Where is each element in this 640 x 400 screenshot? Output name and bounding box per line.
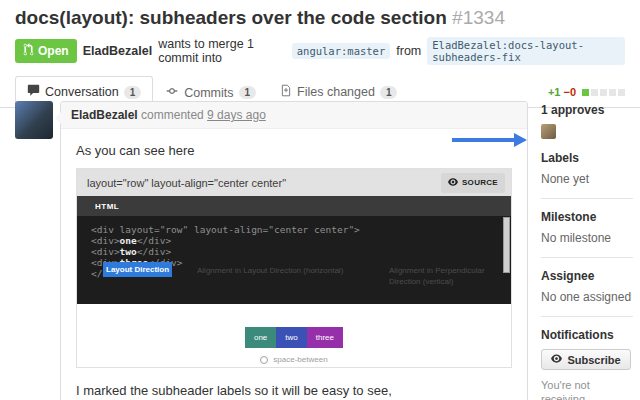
embed-code-area: <div layout="row" layout-align="center c… bbox=[77, 216, 511, 304]
pull-request-icon bbox=[23, 43, 34, 59]
divider bbox=[541, 316, 633, 317]
radio-label: space-between bbox=[273, 355, 327, 364]
open-status-badge: Open bbox=[15, 39, 77, 63]
source-button-label: SOURCE bbox=[462, 178, 498, 187]
pr-sidebar: 1 approves Labels None yet Milestone No … bbox=[541, 103, 633, 400]
pull-request-page: docs(layout): subheaders over the code s… bbox=[0, 0, 640, 400]
embed-toolbar-code: layout="row" layout-align="center center… bbox=[87, 177, 286, 189]
embed-html-tab: HTML bbox=[77, 196, 511, 216]
demo-box-two: two bbox=[276, 327, 306, 348]
embed-demo-area: one two three space-between bbox=[77, 304, 511, 367]
milestone-heading: Milestone bbox=[541, 210, 633, 224]
notifications-note: You're not receiving notifications from … bbox=[541, 378, 633, 400]
subheader-third: Alignment in Perpendicular Direction (ve… bbox=[389, 265, 511, 287]
pr-number: #1334 bbox=[452, 7, 505, 28]
embed-scrollbar bbox=[503, 217, 510, 273]
code-line: <div>one</div> bbox=[91, 235, 511, 246]
assignee-heading: Assignee bbox=[541, 269, 633, 283]
comment-header: EladBezalel commented 9 days ago bbox=[61, 102, 527, 129]
subheader-selected: Layout Direction bbox=[103, 262, 172, 277]
from-word: from bbox=[396, 44, 421, 58]
demo-boxes: one two three bbox=[245, 327, 343, 348]
demo-box-three: three bbox=[307, 327, 343, 348]
comment-timestamp-link[interactable]: 9 days ago bbox=[207, 108, 266, 122]
merge-summary: Open EladBezalel wants to merge 1 commit… bbox=[15, 37, 625, 65]
pr-title-text: docs(layout): subheaders over the code s… bbox=[15, 7, 447, 28]
subheader-second: Alignment in Layout Direction (horizonta… bbox=[197, 265, 343, 276]
comment-body: As you can see here layout="row" layout-… bbox=[61, 129, 527, 400]
divider bbox=[541, 198, 633, 199]
approvals-heading: 1 approves bbox=[541, 103, 633, 117]
source-button: SOURCE bbox=[441, 173, 505, 193]
comment-line1: I marked the subheader labels so it will… bbox=[76, 382, 512, 399]
radio-icon bbox=[260, 356, 268, 364]
comment-action-text: commented bbox=[141, 108, 204, 122]
code-line: <div layout="row" layout-align="center c… bbox=[91, 224, 511, 235]
pr-author-link[interactable]: EladBezalel bbox=[83, 44, 152, 58]
eye-icon bbox=[551, 353, 562, 366]
divider bbox=[541, 257, 633, 258]
embedded-screenshot[interactable]: layout="row" layout-align="center center… bbox=[76, 168, 512, 368]
demo-radio-option: space-between bbox=[260, 355, 327, 364]
milestone-value: No milestone bbox=[541, 231, 633, 246]
comment-author-avatar[interactable] bbox=[15, 101, 53, 139]
base-branch-label: angular:master bbox=[292, 43, 391, 59]
page-title: docs(layout): subheaders over the code s… bbox=[15, 6, 625, 29]
pr-header: docs(layout): subheaders over the code s… bbox=[0, 0, 640, 65]
comment-author-link[interactable]: EladBezalel bbox=[71, 108, 138, 122]
subscribe-button[interactable]: Subscribe bbox=[541, 349, 631, 370]
embed-toolbar: layout="row" layout-align="center center… bbox=[77, 169, 511, 196]
eye-icon bbox=[448, 177, 458, 189]
comment-intro: As you can see here bbox=[76, 142, 512, 159]
head-branch-label: EladBezalel:docs-layout-subheaders-fix bbox=[427, 37, 625, 65]
demo-box-one: one bbox=[245, 327, 276, 348]
notifications-heading: Notifications bbox=[541, 328, 633, 342]
labels-heading: Labels bbox=[541, 151, 633, 165]
labels-value: None yet bbox=[541, 172, 633, 187]
comment: EladBezalel commented 9 days ago As you … bbox=[60, 101, 528, 400]
approver-avatar[interactable] bbox=[541, 124, 556, 139]
merge-text: wants to merge 1 commit into bbox=[158, 37, 286, 65]
embed-html-tab-label: HTML bbox=[95, 202, 119, 211]
subscribe-button-label: Subscribe bbox=[567, 354, 620, 366]
open-badge-label: Open bbox=[38, 44, 69, 58]
code-line: <div>two</div> bbox=[91, 246, 511, 257]
pr-discussion: EladBezalel commented 9 days ago As you … bbox=[0, 89, 640, 400]
assignee-value: No one assigned bbox=[541, 290, 633, 305]
